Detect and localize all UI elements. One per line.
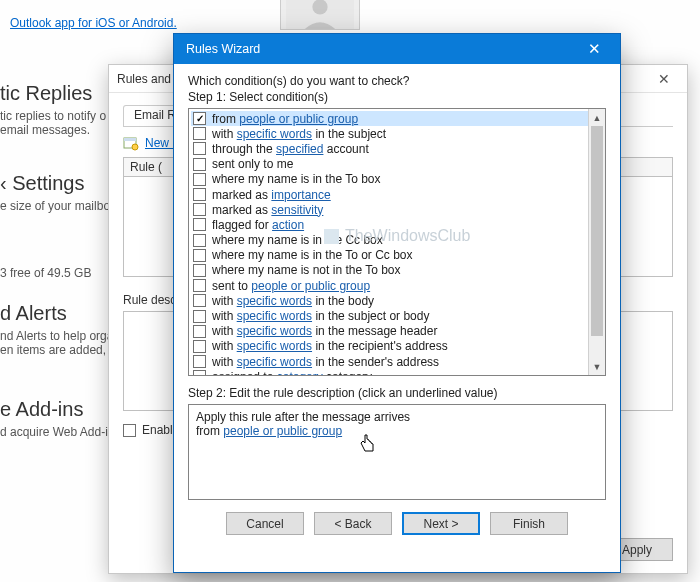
condition-checkbox[interactable] — [193, 264, 206, 277]
condition-checkbox[interactable] — [193, 234, 206, 247]
wizard-step1-label: Step 1: Select condition(s) — [188, 90, 606, 104]
condition-checkbox[interactable] — [193, 370, 206, 375]
condition-checkbox[interactable] — [193, 158, 206, 171]
close-icon[interactable]: ✕ — [574, 37, 614, 61]
condition-link[interactable]: importance — [271, 188, 330, 202]
next-button[interactable]: Next > — [402, 512, 480, 535]
condition-label: where my name is in the Cc box — [212, 233, 383, 247]
scroll-up-icon[interactable]: ▲ — [589, 109, 605, 126]
condition-row[interactable]: with specific words in the sender's addr… — [191, 354, 603, 369]
condition-row[interactable]: where my name is in the To or Cc box — [191, 248, 603, 263]
back-button[interactable]: < Back — [314, 512, 392, 535]
condition-row[interactable]: where my name is in the Cc box — [191, 233, 603, 248]
condition-checkbox[interactable] — [193, 203, 206, 216]
close-icon[interactable]: ✕ — [649, 71, 679, 87]
condition-label: with specific words in the recipient's a… — [212, 339, 448, 353]
condition-row[interactable]: with specific words in the subject — [191, 126, 603, 141]
condition-label: where my name is in the To or Cc box — [212, 248, 413, 262]
condition-row[interactable]: from people or public group — [191, 111, 603, 126]
condition-link[interactable]: specific words — [237, 324, 312, 338]
rules-dialog-title: Rules and A — [117, 72, 182, 86]
condition-checkbox[interactable] — [193, 173, 206, 186]
condition-checkbox[interactable] — [193, 142, 206, 155]
condition-link[interactable]: sensitivity — [271, 203, 323, 217]
condition-label: marked as importance — [212, 188, 331, 202]
condition-label: with specific words in the body — [212, 294, 374, 308]
condition-link[interactable]: specified — [276, 142, 323, 156]
condition-label: from people or public group — [212, 112, 358, 126]
condition-link[interactable]: category — [277, 370, 323, 375]
condition-label: sent to people or public group — [212, 279, 370, 293]
condition-checkbox[interactable] — [193, 249, 206, 262]
condition-checkbox[interactable] — [193, 279, 206, 292]
condition-label: assigned to category category — [212, 370, 372, 375]
condition-label: where my name is not in the To box — [212, 263, 401, 277]
condition-row[interactable]: with specific words in the subject or bo… — [191, 308, 603, 323]
bg-text: tic replies to notify o — [0, 109, 106, 123]
rule-description-editor[interactable]: Apply this rule after the message arrive… — [188, 404, 606, 500]
condition-row[interactable]: sent only to me — [191, 157, 603, 172]
bg-text: d acquire Web Add-in — [0, 425, 115, 439]
condition-link[interactable]: specific words — [237, 355, 312, 369]
bg-heading-addins: e Add-ins — [0, 398, 115, 421]
condition-checkbox[interactable] — [193, 355, 206, 368]
condition-checkbox[interactable] — [193, 218, 206, 231]
condition-link[interactable]: specific words — [237, 294, 312, 308]
condition-label: with specific words in the subject or bo… — [212, 309, 429, 323]
scroll-down-icon[interactable]: ▼ — [589, 358, 605, 375]
condition-label: with specific words in the sender's addr… — [212, 355, 439, 369]
condition-checkbox[interactable] — [193, 112, 206, 125]
condition-row[interactable]: with specific words in the recipient's a… — [191, 339, 603, 354]
condition-row[interactable]: where my name is not in the To box — [191, 263, 603, 278]
condition-row[interactable]: marked as sensitivity — [191, 202, 603, 217]
svg-point-4 — [132, 144, 138, 150]
condition-checkbox[interactable] — [193, 294, 206, 307]
enable-rules-checkbox[interactable] — [123, 424, 136, 437]
condition-link[interactable]: action — [272, 218, 304, 232]
condition-label: sent only to me — [212, 157, 293, 171]
wizard-step2-label: Step 2: Edit the rule description (click… — [188, 386, 606, 400]
new-rule-icon — [123, 135, 139, 151]
condition-label: flagged for action — [212, 218, 304, 232]
condition-link[interactable]: specific words — [237, 339, 312, 353]
condition-checkbox[interactable] — [193, 325, 206, 338]
desc-link-people-or-group[interactable]: people or public group — [223, 424, 342, 438]
condition-checkbox[interactable] — [193, 127, 206, 140]
condition-link[interactable]: people or public group — [251, 279, 370, 293]
bg-heading-settings: ‹ Settings — [0, 172, 116, 195]
bg-link-outlook-app[interactable]: Outlook app for iOS or Android. — [10, 16, 177, 30]
wizard-titlebar[interactable]: Rules Wizard ✕ — [174, 34, 620, 64]
condition-link[interactable]: specific words — [237, 309, 312, 323]
wizard-title: Rules Wizard — [186, 42, 260, 56]
account-avatar — [280, 0, 360, 30]
condition-checkbox[interactable] — [193, 340, 206, 353]
condition-label: with specific words in the subject — [212, 127, 386, 141]
condition-checkbox[interactable] — [193, 188, 206, 201]
condition-row[interactable]: with specific words in the body — [191, 293, 603, 308]
condition-link[interactable]: specific words — [237, 127, 312, 141]
condition-link[interactable]: people or public group — [239, 112, 358, 126]
condition-row[interactable]: with specific words in the message heade… — [191, 324, 603, 339]
bg-heading-alerts: d Alerts — [0, 302, 115, 325]
condition-row[interactable]: assigned to category category — [191, 369, 603, 375]
wizard-question: Which condition(s) do you want to check? — [188, 74, 606, 88]
condition-row[interactable]: where my name is in the To box — [191, 172, 603, 187]
cancel-button[interactable]: Cancel — [226, 512, 304, 535]
condition-row[interactable]: marked as importance — [191, 187, 603, 202]
conditions-listbox[interactable]: from people or public groupwith specific… — [188, 108, 606, 376]
condition-row[interactable]: sent to people or public group — [191, 278, 603, 293]
bg-text: email messages. — [0, 123, 106, 137]
desc-prefix: from — [196, 424, 223, 438]
condition-row[interactable]: flagged for action — [191, 217, 603, 232]
rules-wizard-dialog: Rules Wizard ✕ Which condition(s) do you… — [173, 33, 621, 573]
bg-storage-text: 3 free of 49.5 GB — [0, 266, 91, 280]
bg-text: en items are added, c — [0, 343, 115, 357]
condition-checkbox[interactable] — [193, 310, 206, 323]
condition-row[interactable]: through the specified account — [191, 141, 603, 156]
svg-rect-3 — [124, 138, 136, 141]
scrollbar[interactable]: ▲ ▼ — [588, 109, 605, 375]
scroll-thumb[interactable] — [591, 126, 603, 336]
condition-label: through the specified account — [212, 142, 369, 156]
desc-line: from people or public group — [196, 424, 598, 438]
finish-button[interactable]: Finish — [490, 512, 568, 535]
